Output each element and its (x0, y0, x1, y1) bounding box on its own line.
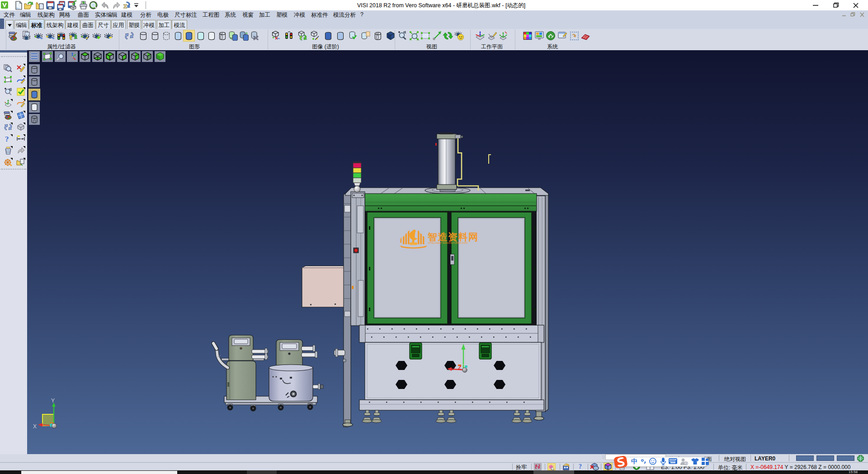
svg-text:智造资料网: 智造资料网 (427, 232, 479, 242)
svg-text:7: 7 (685, 462, 687, 465)
svg-text:X: X (33, 423, 37, 430)
svg-text:X: X (442, 365, 445, 371)
svg-text:INTELLIGENT MANUFACTURING DATA: INTELLIGENT MANUFACTURING DATA (428, 242, 468, 244)
svg-text:Y: Y (51, 398, 55, 404)
svg-text:?: ? (5, 135, 9, 143)
